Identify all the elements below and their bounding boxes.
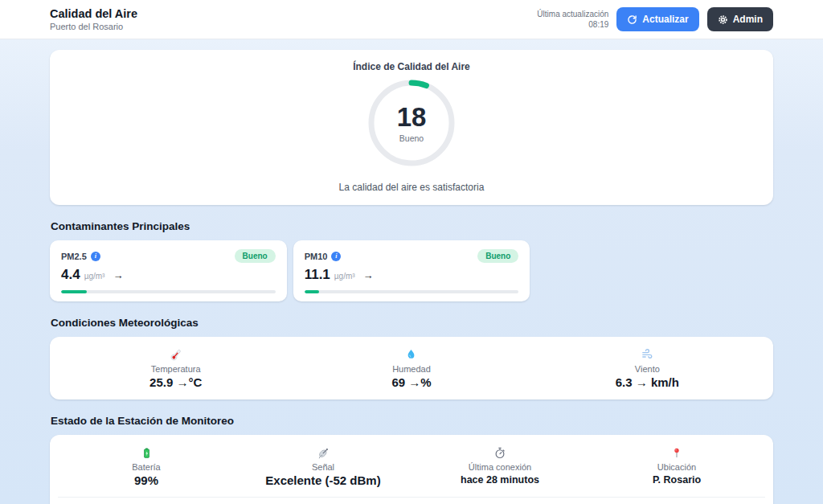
pollutant-card-pm25: PM2.5 i Bueno 4.4 µg/m³ →: [50, 240, 287, 301]
info-icon[interactable]: i: [91, 252, 100, 261]
station-card: Batería 99% Señal Excelente (-52 dBm): [50, 435, 773, 504]
aqi-card: Índice de Calidad del Aire 18 Bueno La c…: [50, 50, 773, 205]
last-update-time: 08:19: [537, 19, 608, 31]
droplet-icon: [293, 347, 529, 362]
page-subtitle: Puerto del Rosario: [50, 22, 137, 31]
station-value: P. Rosario: [588, 474, 765, 486]
aqi-value: 18: [397, 104, 427, 130]
station-signal: Señal Excelente (-52 dBm): [235, 445, 412, 487]
pollutant-name: PM2.5: [61, 252, 87, 261]
station-value: Excelente (-52 dBm): [235, 473, 412, 487]
station-last-connection: Última conexión hace 28 minutos: [412, 445, 588, 487]
aqi-card-title: Índice de Calidad del Aire: [63, 61, 760, 72]
pollutants-section-title: Contaminantes Principales: [51, 220, 773, 232]
station-label: Batería: [58, 462, 235, 472]
station-location: Ubicación P. Rosario: [588, 445, 765, 487]
weather-wind: Viento 6.3 → km/h: [530, 347, 765, 389]
pollutant-value: 4.4: [61, 267, 80, 283]
station-value: 99%: [58, 473, 235, 487]
station-section-title: Estado de la Estación de Monitoreo: [51, 415, 773, 427]
aqi-gauge: 18 Bueno: [366, 78, 457, 168]
battery-icon: [58, 445, 235, 460]
weather-value: 6.3 → km/h: [530, 375, 765, 389]
main-content: Índice de Calidad del Aire 18 Bueno La c…: [50, 39, 773, 504]
pollutant-progress-track: [305, 290, 519, 293]
weather-value: 69 →%: [293, 375, 529, 389]
wind-icon: [530, 347, 765, 362]
weather-humidity: Humedad 69 →%: [293, 347, 529, 389]
weather-card: Temperatura 25.9 →°C Humedad 69 →%: [50, 337, 773, 400]
pollutant-progress-track: [61, 290, 276, 293]
station-label: Señal: [235, 462, 412, 472]
aqi-category: Bueno: [399, 133, 424, 143]
pin-icon: [588, 445, 765, 460]
weather-temperature: Temperatura 25.9 →°C: [58, 347, 293, 389]
station-label: Ubicación: [588, 462, 765, 472]
thermometer-icon: [58, 347, 293, 362]
admin-button-label: Admin: [733, 14, 763, 25]
last-update: Última actualización 08:19: [537, 9, 608, 31]
weather-label: Humedad: [293, 364, 529, 374]
page-title: Calidad del Aire: [50, 7, 137, 20]
status-badge: Bueno: [477, 249, 518, 263]
stopwatch-icon: [412, 445, 588, 460]
aqi-gauge-center: 18 Bueno: [366, 78, 457, 168]
station-battery: Batería 99%: [58, 445, 235, 487]
refresh-button-label: Actualizar: [642, 14, 688, 25]
info-icon[interactable]: i: [331, 252, 341, 261]
pollutant-value: 11.1: [305, 267, 330, 283]
trend-arrow-icon: →: [113, 269, 123, 281]
pollutant-unit: µg/m³: [84, 272, 105, 281]
pollutant-card-pm10: PM10 i Bueno 11.1 µg/m³ →: [293, 240, 530, 301]
status-badge: Bueno: [235, 249, 276, 263]
weather-label: Temperatura: [58, 364, 293, 374]
station-footer: 28.500309, -13.850328|Altitud: 18.4 m: [58, 497, 765, 504]
pollutant-grid: PM2.5 i Bueno 4.4 µg/m³ → PM10 i Bueno: [50, 240, 773, 301]
pollutant-progress-fill: [305, 290, 320, 293]
gear-icon: [718, 14, 728, 25]
pollutant-name: PM10: [305, 252, 328, 261]
pollutant-unit: µg/m³: [334, 272, 355, 281]
aqi-description: La calidad del aire es satisfactoria: [63, 182, 760, 193]
weather-label: Viento: [530, 364, 765, 374]
satellite-icon: [235, 445, 412, 460]
topbar: Calidad del Aire Puerto del Rosario Últi…: [0, 0, 823, 39]
last-update-label: Última actualización: [537, 9, 608, 20]
trend-arrow-icon: →: [363, 269, 374, 281]
station-value: hace 28 minutos: [412, 474, 588, 486]
refresh-icon: [627, 14, 637, 25]
admin-button[interactable]: Admin: [707, 7, 773, 31]
topbar-actions: Última actualización 08:19 Actualizar Ad…: [537, 7, 773, 31]
weather-section-title: Condiciones Meteorológicas: [51, 317, 773, 329]
station-label: Última conexión: [412, 462, 588, 472]
weather-value: 25.9 →°C: [58, 375, 293, 389]
app-title-block: Calidad del Aire Puerto del Rosario: [50, 7, 137, 31]
pollutant-progress-fill: [61, 290, 87, 293]
refresh-button[interactable]: Actualizar: [616, 7, 698, 31]
